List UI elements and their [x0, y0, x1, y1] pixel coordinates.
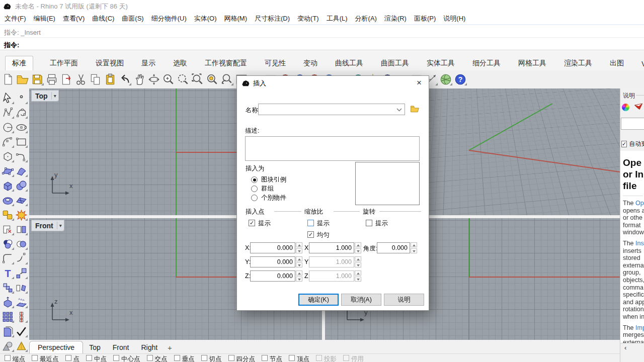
- paste-icon[interactable]: [104, 73, 117, 86]
- spinner[interactable]: [296, 242, 302, 253]
- arc-icon[interactable]: [2, 136, 14, 148]
- description-textarea[interactable]: [245, 136, 420, 161]
- viewport-tab[interactable]: Top: [83, 341, 107, 353]
- osnap-checkbox[interactable]: [343, 355, 349, 361]
- chevron-down-icon[interactable]: ▾: [51, 92, 58, 100]
- insert-point-x-input[interactable]: [250, 242, 295, 253]
- osnap-checkbox[interactable]: [5, 355, 11, 361]
- boolean-difference-icon[interactable]: [15, 238, 28, 250]
- torus-icon[interactable]: [2, 194, 14, 207]
- osnap-checkbox[interactable]: [174, 355, 180, 361]
- close-icon[interactable]: ×: [411, 76, 428, 90]
- spinner[interactable]: [355, 242, 361, 253]
- radio-icon[interactable]: [251, 195, 258, 201]
- extrude-solid-icon[interactable]: [2, 296, 14, 309]
- menu-item[interactable]: 工具(L): [327, 14, 348, 23]
- scale-x-input[interactable]: [309, 242, 354, 253]
- toolbar-tab[interactable]: 显示: [140, 56, 156, 70]
- toolbar-tab[interactable]: 设置视图: [95, 56, 125, 70]
- point-edit-icon[interactable]: [15, 325, 28, 338]
- cancel-button[interactable]: 取消(A): [341, 294, 381, 306]
- uniform-checkbox[interactable]: [307, 231, 314, 238]
- toolbar-tab[interactable]: 细分工具: [471, 56, 502, 70]
- menu-item[interactable]: 尺寸标注(D): [255, 14, 290, 23]
- osnap-checkbox[interactable]: [65, 355, 71, 361]
- extrude-surface-icon[interactable]: [15, 296, 28, 309]
- insert-point-prompt-checkbox[interactable]: [249, 220, 255, 226]
- osnap-checkbox[interactable]: [262, 355, 268, 361]
- browse-file-icon[interactable]: [410, 104, 420, 114]
- toolbar-tab[interactable]: 曲线工具: [334, 56, 364, 70]
- explode-icon[interactable]: [15, 209, 28, 221]
- toolbar-tab[interactable]: 渲染工具: [563, 56, 593, 70]
- boolean-union-icon[interactable]: [2, 238, 14, 250]
- select-icon[interactable]: [2, 92, 14, 105]
- osnap-checkbox[interactable]: [86, 355, 92, 361]
- layers-icon[interactable]: [2, 325, 14, 338]
- render-globe-icon[interactable]: [439, 73, 452, 86]
- auto-update-row[interactable]: 自动更新: [621, 140, 644, 148]
- toolbar-tab[interactable]: 网格工具: [517, 56, 547, 70]
- dialog-titlebar[interactable]: 插入 ×: [237, 76, 429, 91]
- scale-prompt-checkbox[interactable]: [307, 220, 314, 226]
- copy-icon[interactable]: [89, 73, 102, 86]
- radio-icon[interactable]: [251, 176, 258, 183]
- color-wheel-icon[interactable]: [622, 104, 629, 111]
- copy-object-icon[interactable]: [2, 282, 14, 294]
- toolbar-tab[interactable]: 可见性: [264, 56, 287, 70]
- osnap-item[interactable]: 节点: [262, 354, 282, 362]
- osnap-item[interactable]: 停用: [343, 354, 364, 362]
- spinner[interactable]: [296, 270, 302, 282]
- toolbar-tab[interactable]: 工作视窗配置: [204, 56, 248, 70]
- control-point-curve-icon[interactable]: [15, 107, 28, 119]
- toolbar-tab[interactable]: 工作平面: [49, 56, 79, 70]
- viewport-title-front[interactable]: Front ▾: [31, 220, 64, 231]
- array-rect-icon[interactable]: [2, 311, 14, 323]
- array-linear-icon[interactable]: [15, 311, 28, 323]
- menu-item[interactable]: 分析(A): [355, 14, 377, 23]
- add-viewport-icon[interactable]: +: [164, 342, 176, 353]
- surface-3pt-icon[interactable]: [2, 165, 14, 177]
- menu-item[interactable]: 曲面(S): [122, 14, 143, 23]
- menu-item[interactable]: 查看(V): [63, 14, 85, 23]
- osnap-item[interactable]: 端点: [5, 354, 25, 362]
- spinner[interactable]: [296, 256, 302, 267]
- block-name-combobox[interactable]: [258, 104, 405, 115]
- curved-surface-icon[interactable]: [15, 165, 28, 177]
- osnap-item[interactable]: 垂点: [174, 354, 195, 362]
- toolbar-tab[interactable]: 标准: [5, 56, 33, 70]
- osnap-checkbox[interactable]: [289, 355, 295, 361]
- help-hscrollbar[interactable]: ‹: [620, 343, 644, 352]
- scroll-left-icon[interactable]: ‹: [624, 344, 626, 351]
- osnap-checkbox[interactable]: [201, 355, 207, 361]
- mirror-object-icon[interactable]: [15, 282, 28, 294]
- menu-item[interactable]: 编辑(E): [34, 14, 55, 23]
- toolbar-tab[interactable]: 选取: [172, 56, 188, 70]
- osnap-item[interactable]: 点: [65, 354, 80, 362]
- toolbar-tab[interactable]: 出图: [609, 56, 625, 70]
- ok-button[interactable]: 确定(K): [298, 294, 339, 306]
- box-icon[interactable]: [2, 179, 14, 192]
- chevron-down-icon[interactable]: ▾: [57, 222, 64, 229]
- zoom-previous-icon[interactable]: [220, 73, 233, 86]
- menu-item[interactable]: 曲线(C): [92, 14, 114, 23]
- polygon-icon[interactable]: [2, 150, 14, 163]
- menu-item[interactable]: 面板(P): [414, 14, 436, 23]
- zoom-icon[interactable]: [162, 73, 175, 86]
- rotate-view-icon[interactable]: [147, 73, 160, 86]
- osnap-item[interactable]: 四分点: [228, 354, 256, 362]
- new-file-icon[interactable]: [2, 73, 15, 86]
- zoom-window-icon[interactable]: [177, 73, 190, 86]
- ellipse-icon[interactable]: [15, 121, 28, 134]
- radio-block-instance[interactable]: 图块引例: [251, 175, 286, 184]
- menu-item[interactable]: 网格(M): [224, 14, 248, 23]
- radio-group[interactable]: 群组: [251, 185, 274, 193]
- osnap-checkbox[interactable]: [147, 355, 153, 361]
- trim-icon[interactable]: [2, 223, 14, 236]
- rotation-prompt-checkbox[interactable]: [366, 220, 372, 226]
- help-button[interactable]: 说明: [384, 294, 424, 306]
- viewport-tab[interactable]: Front: [107, 341, 135, 353]
- toolbar-tab[interactable]: 曲面工具: [380, 56, 410, 70]
- split-icon[interactable]: [15, 223, 28, 236]
- circle-icon[interactable]: [2, 121, 14, 134]
